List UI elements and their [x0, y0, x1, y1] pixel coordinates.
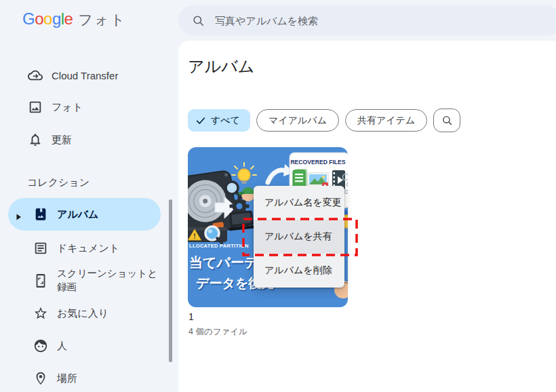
star-icon	[33, 305, 49, 321]
album-context-menu: アルバム名を変更 アルバムを共有 アルバムを削除	[254, 186, 344, 288]
sidebar-item-people[interactable]: 人	[8, 330, 161, 362]
chip-label: すべて	[211, 115, 240, 127]
sidebar-item-places[interactable]: 場所	[8, 362, 161, 392]
sidebar-item-label: 場所	[57, 372, 77, 385]
sidebar-item-updates[interactable]: 更新	[8, 123, 161, 156]
sidebar-item-label: お気に入り	[57, 307, 108, 320]
partition-label: LLOCATED PARTITION	[189, 243, 249, 249]
sidebar-item-screenshots[interactable]: スクリーンショットと録画	[8, 262, 161, 300]
cloud-transfer-icon	[27, 67, 43, 83]
laptop-graphic	[227, 210, 256, 231]
bell-icon	[27, 132, 43, 148]
sidebar-item-label: スクリーンショットと録画	[57, 267, 159, 294]
sidebar-item-label: ドキュメント	[57, 242, 119, 255]
album-icon	[33, 206, 49, 222]
main-content: アルバム すべて マイアルバム 共有アイテム	[178, 41, 556, 392]
album-name[interactable]: 1	[188, 311, 194, 322]
recovered-files-title: RECOVERED FILES	[290, 159, 345, 165]
logo-letter: o	[35, 9, 43, 28]
chip-my-albums[interactable]: マイアルバム	[256, 109, 339, 132]
google-photos-logo[interactable]: Google フォト	[22, 9, 126, 29]
menu-item-delete-album[interactable]: アルバムを削除	[254, 254, 344, 288]
place-icon	[33, 370, 49, 387]
menu-item-share-album[interactable]: アルバムを共有	[254, 220, 344, 254]
menu-item-rename-album[interactable]: アルバム名を変更	[254, 186, 344, 220]
logo-letter: G	[22, 9, 35, 28]
google-photos-app: Google フォト Cloud Transfer フォト 更新 コレクション …	[0, 0, 556, 392]
check-icon	[195, 115, 206, 126]
chip-all[interactable]: すべて	[188, 109, 250, 132]
screenshot-icon	[33, 273, 49, 289]
sidebar-item-favorites[interactable]: お気に入り	[8, 297, 161, 330]
search-bar[interactable]	[178, 5, 556, 35]
album-file-count: 4 個のファイル	[188, 326, 247, 338]
chip-label: 共有アイテム	[357, 115, 415, 127]
svg-text:!: !	[193, 233, 195, 240]
search-icon	[441, 115, 453, 126]
chip-search-albums[interactable]	[433, 109, 460, 132]
logo-letter: e	[64, 9, 73, 28]
sidebar-item-albums[interactable]: アルバム	[8, 198, 161, 231]
sidebar-scrollbar[interactable]	[169, 199, 172, 362]
chevron-right-icon[interactable]	[15, 211, 22, 222]
sidebar-item-label: アルバム	[57, 208, 98, 221]
document-icon	[33, 240, 49, 256]
face-icon	[33, 338, 49, 354]
filter-chips: すべて マイアルバム 共有アイテム	[188, 109, 460, 132]
sidebar-item-documents[interactable]: ドキュメント	[8, 232, 161, 264]
chip-label: マイアルバム	[269, 115, 327, 127]
sidebar-item-label: Cloud Transfer	[52, 70, 118, 81]
logo-letter: o	[43, 9, 52, 28]
logo-letter: g	[52, 9, 61, 28]
search-icon	[192, 14, 205, 27]
partition-bar-graphic: !	[188, 227, 227, 243]
sidebar-item-cloud-transfer[interactable]: Cloud Transfer	[8, 59, 161, 92]
photos-icon	[27, 99, 43, 115]
page-title: アルバム	[188, 56, 254, 77]
logo-product-name: フォト	[78, 10, 125, 29]
sidebar-item-photos[interactable]: フォト	[8, 91, 161, 123]
sidebar-item-label: フォト	[52, 101, 83, 114]
chip-shared-items[interactable]: 共有アイテム	[345, 109, 427, 132]
sidebar-item-label: 人	[57, 340, 67, 353]
sidebar-item-label: 更新	[52, 134, 72, 146]
sidebar-section-collections: コレクション	[27, 176, 90, 189]
search-input[interactable]	[214, 14, 488, 27]
